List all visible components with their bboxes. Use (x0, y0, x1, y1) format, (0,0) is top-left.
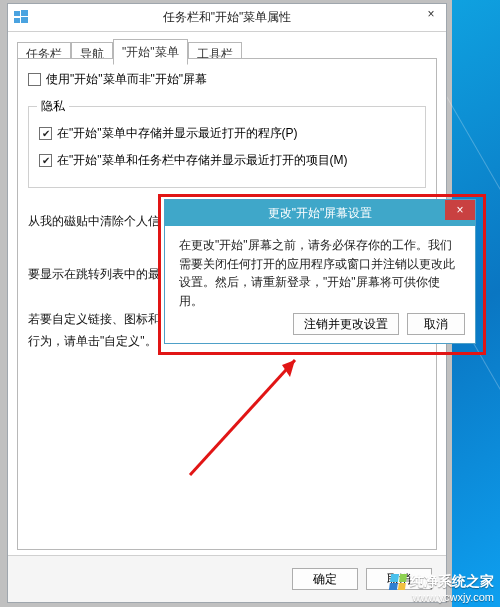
dialog-cancel-button[interactable]: 取消 (407, 313, 465, 335)
body-text-2: 要显示在跳转列表中的最 (28, 263, 168, 286)
privacy-item-0-row: ✔ 在"开始"菜单中存储并显示最近打开的程序(P) (39, 125, 415, 142)
window-titlebar: 任务栏和"开始"菜单属性 × (8, 4, 446, 32)
window-close-button[interactable]: × (416, 4, 446, 24)
use-start-menu-checkbox[interactable] (28, 73, 41, 86)
privacy-group-title: 隐私 (37, 98, 69, 115)
dialog-title: 更改"开始"屏幕设置 (165, 205, 475, 222)
privacy-item-1-checkbox[interactable]: ✔ (39, 154, 52, 167)
watermark-url: www.ycwxjy.com (412, 591, 494, 603)
use-start-menu-row: 使用"开始"菜单而非"开始"屏幕 (28, 71, 426, 88)
privacy-item-1-label: 在"开始"菜单和任务栏中存储并显示最近打开的项目(M) (57, 152, 348, 169)
viewport: 任务栏和"开始"菜单属性 × 任务栏 导航 "开始"菜单 工具栏 使用"开始"菜… (0, 0, 500, 607)
body-text-1: 从我的磁贴中清除个人信 (28, 210, 168, 233)
privacy-item-0-checkbox[interactable]: ✔ (39, 127, 52, 140)
tab-start-menu[interactable]: "开始"菜单 (113, 39, 188, 65)
watermark: 纯净系统之家 www.ycwxjy.com (390, 573, 494, 603)
dialog-button-row: 注销并更改设置 取消 (293, 313, 465, 335)
window-title: 任务栏和"开始"菜单属性 (8, 9, 446, 26)
ok-button[interactable]: 确定 (292, 568, 358, 590)
watermark-name: 纯净系统之家 (410, 573, 494, 591)
body-text-3: 若要自定义链接、图标和 (28, 308, 168, 331)
body-text-4: 行为，请单击"自定义"。 (28, 330, 168, 353)
window-button-row: 确定 取消 (8, 555, 446, 602)
privacy-item-0-label: 在"开始"菜单中存储并显示最近打开的程序(P) (57, 125, 298, 142)
use-start-menu-label: 使用"开始"菜单而非"开始"屏幕 (46, 71, 207, 88)
change-start-screen-dialog: 更改"开始"屏幕设置 × 在更改"开始"屏幕之前，请务必保存你的工作。我们需要关… (164, 199, 476, 344)
signout-and-change-button[interactable]: 注销并更改设置 (293, 313, 399, 335)
dialog-titlebar: 更改"开始"屏幕设置 × (165, 200, 475, 226)
dialog-body-text: 在更改"开始"屏幕之前，请务必保存你的工作。我们需要关闭任何打开的应用程序或窗口… (165, 226, 475, 316)
privacy-group: 隐私 ✔ 在"开始"菜单中存储并显示最近打开的程序(P) ✔ 在"开始"菜单和任… (28, 106, 426, 188)
privacy-item-1-row: ✔ 在"开始"菜单和任务栏中存储并显示最近打开的项目(M) (39, 152, 415, 169)
watermark-logo-icon (389, 574, 407, 590)
dialog-close-button[interactable]: × (445, 200, 475, 220)
